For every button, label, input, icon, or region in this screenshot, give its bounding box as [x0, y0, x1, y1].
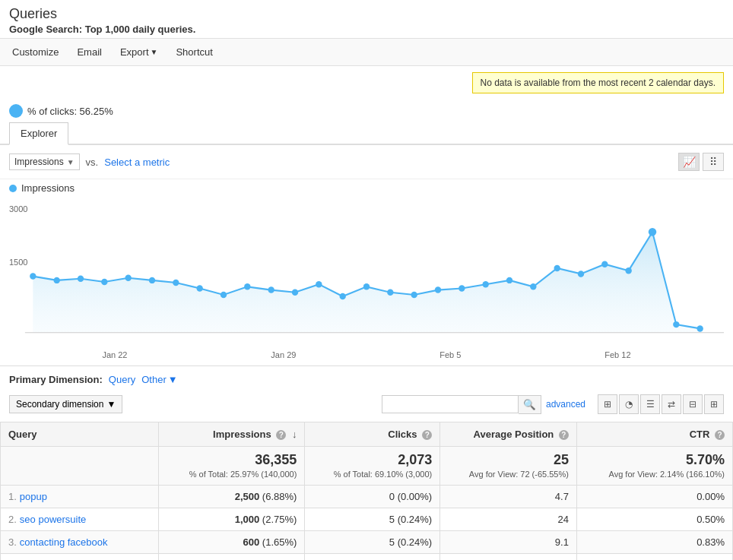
col-header-avg-position[interactable]: Average Position ?: [440, 422, 577, 447]
svg-point-9: [221, 292, 227, 298]
totals-avg-position-cell: 25 Avg for View: 72 (-65.55%): [440, 447, 577, 486]
svg-point-6: [149, 277, 155, 283]
table-row: 4.how to contact facebook 600 (1.65%) 5 …: [1, 554, 733, 561]
chart-area: 3000 1500: [0, 197, 733, 349]
row2-avg-position: 24: [440, 508, 577, 531]
row4-impressions: 600 (1.65%): [159, 554, 305, 561]
svg-point-8: [196, 285, 202, 291]
svg-point-3: [78, 276, 84, 282]
list-view-button[interactable]: ☰: [640, 394, 660, 414]
notification-banner: No data is available from the most recen…: [472, 72, 725, 93]
customize-button[interactable]: Customize: [9, 45, 62, 59]
col-header-impressions[interactable]: Impressions ? ↓: [159, 422, 305, 447]
pie-view-button[interactable]: ◔: [619, 394, 639, 414]
table-row: 2.seo powersuite 1,000 (2.75%) 5 (0.24%)…: [1, 508, 733, 531]
avg-position-help-icon[interactable]: ?: [559, 430, 569, 440]
export-button[interactable]: Export ▼: [117, 45, 160, 59]
chart-x-labels: Jan 22 Jan 29 Feb 5 Feb 12: [0, 349, 733, 366]
table-controls: Secondary dimension ▼ 🔍 advanced ⊞ ◔ ☰ ⇄…: [0, 390, 733, 419]
metric-dropdown[interactable]: Impressions ▼: [9, 153, 80, 170]
grid-view-button[interactable]: ⊞: [598, 394, 617, 414]
legend-dot-icon: [9, 185, 17, 192]
toolbar: Customize Email Export ▼ Shortcut: [0, 39, 733, 66]
impressions-help-icon[interactable]: ?: [276, 430, 286, 440]
svg-point-1: [30, 273, 36, 279]
other-arrow-icon: ▼: [168, 374, 178, 385]
table-row: 1.popup 2,500 (6.88%) 0 (0.00%) 4.7 0.00…: [1, 486, 733, 508]
x-label-jan22: Jan 22: [102, 350, 127, 359]
svg-point-27: [649, 228, 656, 236]
compare-view-button[interactable]: ⇄: [662, 394, 681, 414]
svg-point-21: [506, 277, 512, 283]
row1-query: 1.popup: [1, 486, 159, 508]
table-view-button[interactable]: ⊟: [683, 394, 703, 414]
x-label-jan29: Jan 29: [271, 350, 296, 359]
select-metric-link[interactable]: Select a metric: [104, 157, 170, 168]
row4-ctr: 0.83%: [576, 554, 732, 561]
vs-text: vs.: [86, 157, 99, 168]
col-header-clicks[interactable]: Clicks ?: [305, 422, 440, 447]
shortcut-button[interactable]: Shortcut: [173, 45, 215, 59]
col-header-query[interactable]: Query: [1, 422, 159, 447]
email-button[interactable]: Email: [74, 45, 105, 59]
scatter-chart-button[interactable]: ⠿: [703, 153, 724, 171]
row3-avg-position: 9.1: [440, 531, 577, 554]
svg-point-4: [101, 279, 107, 285]
table-totals-row: 36,355 % of Total: 25.97% (140,000) 2,07…: [1, 447, 733, 486]
svg-point-20: [482, 281, 488, 287]
totals-clicks-cell: 2,073 % of Total: 69.10% (3,000): [305, 447, 440, 486]
chart-controls: Impressions ▼ vs. Select a metric 📈 ⠿: [0, 145, 733, 179]
percent-text: % of clicks: 56.25%: [27, 106, 113, 117]
totals-query-cell: [1, 447, 159, 486]
search-input[interactable]: [382, 395, 519, 413]
totals-impressions-cell: 36,355 % of Total: 25.97% (140,000): [159, 447, 305, 486]
advanced-link[interactable]: advanced: [546, 399, 585, 410]
clicks-help-icon[interactable]: ?: [422, 430, 432, 440]
svg-point-24: [578, 271, 584, 277]
other-dropdown[interactable]: Other ▼: [141, 374, 177, 385]
data-table: Query Impressions ? ↓ Clicks ? Average P…: [0, 422, 733, 560]
svg-point-29: [697, 325, 703, 331]
svg-point-26: [625, 267, 631, 274]
svg-point-16: [387, 289, 393, 296]
table-row: 3.contacting facebook 600 (1.65%) 5 (0.2…: [1, 531, 733, 554]
notification-area: No data is available from the most recen…: [0, 66, 733, 100]
secondary-dim-arrow-icon: ▼: [106, 399, 116, 410]
svg-point-23: [554, 265, 560, 271]
row3-clicks: 5 (0.24%): [305, 531, 440, 554]
svg-marker-0: [33, 232, 700, 332]
row2-clicks: 5 (0.24%): [305, 508, 440, 531]
legend-label: Impressions: [21, 182, 75, 194]
page-header: Queries Google Search: Top 1,000 daily q…: [0, 0, 733, 39]
row3-impressions: 600 (1.65%): [159, 531, 305, 554]
svg-point-2: [53, 277, 59, 283]
row1-clicks: 0 (0.00%): [305, 486, 440, 508]
row2-query: 2.seo powersuite: [1, 508, 159, 531]
totals-ctr-cell: 5.70% Avg for View: 2.14% (166.10%): [576, 447, 732, 486]
y-label-3000: 3000: [9, 204, 27, 214]
search-button[interactable]: 🔍: [519, 395, 541, 414]
tab-explorer[interactable]: Explorer: [9, 122, 68, 145]
row1-avg-position: 4.7: [440, 486, 577, 508]
svg-point-11: [268, 286, 274, 293]
export-arrow-icon: ▼: [151, 48, 158, 56]
query-dimension-link[interactable]: Query: [109, 374, 135, 385]
col-header-ctr[interactable]: CTR ?: [576, 422, 732, 447]
percent-info: % of clicks: 56.25%: [0, 100, 733, 122]
svg-point-14: [339, 293, 345, 299]
row1-impressions: 2,500 (6.88%): [159, 486, 305, 508]
row4-query: 4.how to contact facebook: [1, 554, 159, 561]
page-title: Queries: [9, 6, 724, 22]
svg-point-17: [411, 292, 417, 298]
dropdown-arrow-icon: ▼: [67, 158, 75, 166]
primary-dimension-label: Primary Dimension:: [9, 374, 103, 385]
svg-point-10: [244, 283, 250, 289]
svg-point-28: [673, 321, 679, 327]
line-chart-button[interactable]: 📈: [678, 153, 700, 171]
pivot-view-button[interactable]: ⊞: [704, 394, 724, 414]
svg-point-15: [363, 283, 370, 289]
tabs-row: Explorer: [0, 122, 733, 145]
secondary-dimension-button[interactable]: Secondary dimension ▼: [9, 395, 122, 413]
y-label-1500: 1500: [9, 258, 27, 267]
ctr-help-icon[interactable]: ?: [715, 430, 725, 440]
